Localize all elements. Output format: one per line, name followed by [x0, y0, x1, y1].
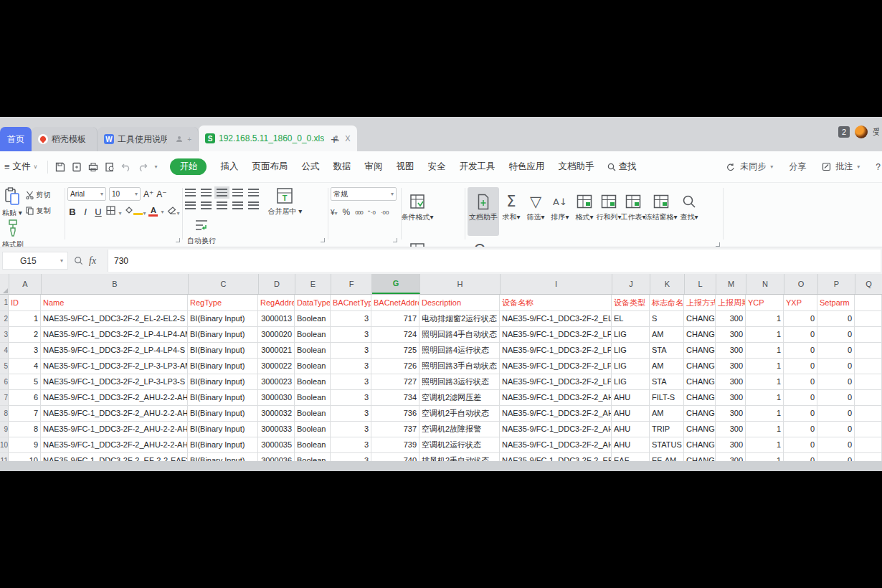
- currency-icon[interactable]: ¥▾: [331, 209, 338, 217]
- row-header-4[interactable]: 4: [0, 343, 9, 358]
- cell-K8[interactable]: AM: [650, 406, 684, 421]
- export-icon[interactable]: [72, 162, 82, 172]
- cell-B1[interactable]: Name: [41, 295, 188, 310]
- menu-item-10[interactable]: 文档助手: [558, 161, 594, 173]
- percent-icon[interactable]: %: [343, 207, 351, 217]
- cell-M10[interactable]: 300: [716, 437, 746, 452]
- cell-E1[interactable]: DataType: [295, 295, 331, 310]
- cell-H5[interactable]: 照明回路3手自动状态: [419, 359, 500, 374]
- cell-A10[interactable]: 9: [9, 437, 41, 452]
- file-menu[interactable]: ≡ 文件 ∨: [0, 161, 43, 173]
- cell-P5[interactable]: 0: [817, 359, 855, 374]
- cell-L9[interactable]: CHANGE: [684, 422, 716, 437]
- font-size-select[interactable]: 10▾: [109, 187, 141, 201]
- column-header-K[interactable]: K: [650, 274, 685, 294]
- window-count-badge[interactable]: 2: [838, 126, 850, 138]
- merge-center-button[interactable]: T 合并居中 ▾: [267, 187, 302, 217]
- align-middle-icon[interactable]: [201, 189, 212, 196]
- cell-I6[interactable]: NAE35-9/FC-1_DDC3-2F-2_LP-3-LP3: [500, 374, 612, 389]
- alignment-dialog-launcher-icon[interactable]: [321, 238, 325, 242]
- cell-D9[interactable]: 3000033: [258, 422, 295, 437]
- cell-P1[interactable]: Setparm: [817, 295, 855, 310]
- cell-J2[interactable]: EL: [612, 311, 650, 326]
- cell-K5[interactable]: AM: [650, 359, 684, 374]
- cell-J1[interactable]: 设备类型: [612, 295, 650, 310]
- cell-P8[interactable]: 0: [817, 406, 855, 421]
- cell-L6[interactable]: CHANGE: [684, 374, 716, 389]
- menu-item-8[interactable]: 开发工具: [459, 161, 495, 173]
- cell-H7[interactable]: 空调机2滤网压差: [419, 390, 500, 405]
- cell-J10[interactable]: AHU: [612, 437, 650, 452]
- cell-F4[interactable]: 3: [331, 343, 371, 358]
- cell-M3[interactable]: 300: [716, 327, 746, 342]
- help-button[interactable]: ?: [876, 162, 881, 172]
- cell-E6[interactable]: Boolean: [295, 374, 331, 389]
- cell-N7[interactable]: 1: [746, 390, 784, 405]
- row-header-9[interactable]: 9: [0, 422, 9, 437]
- cell-H4[interactable]: 照明回路4运行状态: [419, 343, 500, 358]
- cell-A5[interactable]: 4: [9, 359, 41, 374]
- column-header-P[interactable]: P: [818, 274, 855, 294]
- wrap-text-button[interactable]: 自动换行: [185, 217, 218, 246]
- cell-M7[interactable]: 300: [716, 390, 746, 405]
- cell-B8[interactable]: NAE35-9/FC-1_DDC3-2F-2_AHU-2-2-AHU2-AM: [41, 406, 188, 421]
- cell-M1[interactable]: 上报周期: [716, 295, 746, 310]
- cell-F6[interactable]: 3: [331, 374, 371, 389]
- cell-A4[interactable]: 3: [9, 343, 41, 358]
- cell-D6[interactable]: 3000023: [258, 374, 295, 389]
- cell-H8[interactable]: 空调机2手自动状态: [419, 406, 500, 421]
- menu-item-6[interactable]: 视图: [396, 161, 414, 173]
- cell-B7[interactable]: NAE35-9/FC-1_DDC3-2F-2_AHU-2-2-AHU2-FILT…: [41, 390, 188, 405]
- decrease-decimal-icon[interactable]: ·00: [381, 209, 389, 216]
- cell-L10[interactable]: CHANGE: [684, 437, 716, 452]
- comment-button[interactable]: 批注: [835, 161, 853, 173]
- cell-N3[interactable]: 1: [746, 327, 784, 342]
- cell-K9[interactable]: TRIP: [650, 422, 684, 437]
- cell-N6[interactable]: 1: [746, 374, 784, 389]
- cell-F10[interactable]: 3: [331, 437, 371, 452]
- paste-button[interactable]: 粘贴 ▾: [1, 187, 23, 218]
- cell-H3[interactable]: 照明回路4手自动状态: [419, 327, 500, 342]
- cell-H6[interactable]: 照明回路3运行状态: [419, 374, 500, 389]
- menu-item-0[interactable]: 开始: [170, 158, 207, 175]
- cell-Q1[interactable]: [855, 295, 882, 310]
- cell-C7[interactable]: BI(Binary Input): [188, 390, 258, 405]
- column-header-N[interactable]: N: [746, 274, 784, 294]
- clear-format-button[interactable]: ▾: [167, 205, 180, 218]
- format-painter-button[interactable]: 格式刷: [1, 219, 24, 250]
- row-header-1[interactable]: 1: [0, 295, 9, 310]
- cell-C2[interactable]: BI(Binary Input): [188, 311, 258, 326]
- cell-N1[interactable]: YCP: [746, 295, 784, 310]
- share-button[interactable]: 分享: [789, 161, 806, 173]
- cell-L8[interactable]: CHANGE: [684, 406, 716, 421]
- cell-O4[interactable]: 0: [784, 343, 817, 358]
- ribbon-tool-format[interactable]: 格式▾: [572, 187, 597, 236]
- cell-E9[interactable]: Boolean: [295, 422, 331, 437]
- cell-A7[interactable]: 6: [9, 390, 41, 405]
- cell-B3[interactable]: NAE35-9/FC-1_DDC3-2F-2_LP-4-LP4-AM: [41, 327, 188, 342]
- cell-E3[interactable]: Boolean: [295, 327, 331, 342]
- cell-B2[interactable]: NAE35-9/FC-1_DDC3-2F-2_EL-2-EL2-S: [41, 311, 188, 326]
- cell-F7[interactable]: 3: [331, 390, 371, 405]
- ribbon-tool-doc-assistant[interactable]: 文档助手: [468, 187, 499, 236]
- borders-button[interactable]: ▾: [106, 205, 121, 218]
- column-header-Q[interactable]: Q: [855, 274, 882, 294]
- cell-C4[interactable]: BI(Binary Input): [188, 343, 258, 358]
- cell-K7[interactable]: FILT-S: [650, 390, 684, 405]
- cell-G10[interactable]: 739: [371, 437, 419, 452]
- cell-O10[interactable]: 0: [784, 437, 817, 452]
- cell-G5[interactable]: 726: [371, 359, 419, 374]
- cell-N10[interactable]: 1: [746, 437, 784, 452]
- cell-O5[interactable]: 0: [784, 359, 817, 374]
- cell-D3[interactable]: 3000020: [258, 327, 295, 342]
- cell-F1[interactable]: BACnetType: [331, 295, 371, 310]
- cell-M6[interactable]: 300: [716, 374, 746, 389]
- cell-C3[interactable]: BI(Binary Input): [188, 327, 258, 342]
- cell-O9[interactable]: 0: [784, 422, 817, 437]
- number-dialog-launcher-icon[interactable]: [393, 238, 397, 242]
- cell-L1[interactable]: 上报方式: [684, 295, 716, 310]
- cell-Q8[interactable]: [855, 406, 882, 421]
- formula-search-icon[interactable]: [74, 256, 83, 265]
- cell-I5[interactable]: NAE35-9/FC-1_DDC3-2F-2_LP-3-LP3: [500, 359, 612, 374]
- tab-docer-templates[interactable]: 稻壳模板: [32, 127, 98, 151]
